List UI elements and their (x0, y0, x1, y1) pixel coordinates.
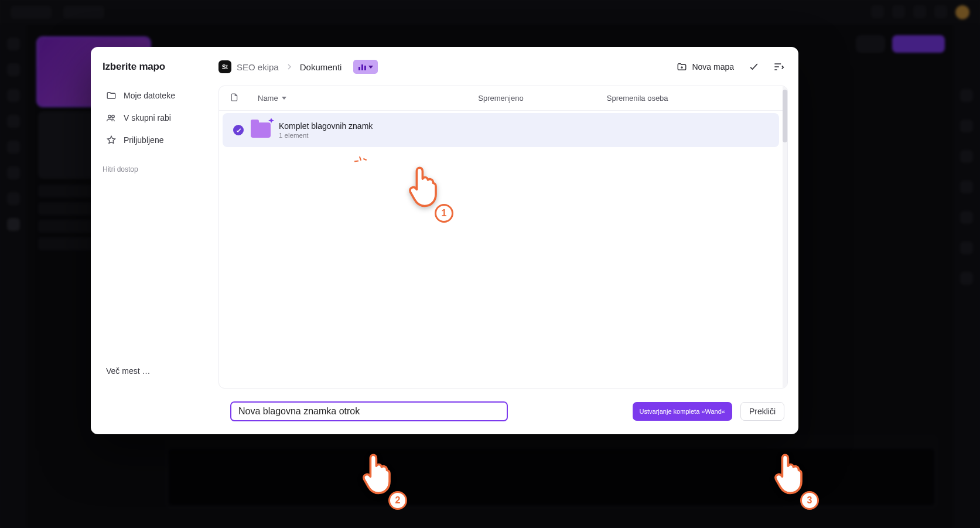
chevron-down-icon (282, 97, 286, 100)
people-icon (106, 113, 117, 123)
modal-footer: Ustvarjanje kompleta »Wand« Prekliči (91, 389, 798, 434)
more-places-button[interactable]: Več mest … (103, 362, 200, 380)
brand-kit-folder-icon: ✦ (251, 122, 271, 138)
breadcrumb-current[interactable]: Dokumenti (300, 62, 342, 72)
create-brand-kit-button[interactable]: Ustvarjanje kompleta »Wand« (633, 402, 732, 421)
file-list-panel: Name Spremenjeno Spremenila oseba ✦ (218, 86, 788, 389)
sidebar-item-label: Moje datoteke (124, 91, 175, 100)
file-row[interactable]: ✦ Komplet blagovnih znamk 1 element (223, 113, 779, 147)
folder-plus-icon (677, 62, 687, 72)
sidebar-item-favorites[interactable]: Priljubljene (103, 130, 200, 150)
chevron-down-icon (368, 66, 373, 69)
confirm-button[interactable] (745, 57, 763, 76)
new-folder-button[interactable]: Nova mapa (672, 58, 739, 76)
file-row-name: Komplet blagovnih znamk (279, 121, 373, 131)
folder-picker-modal: Izberite mapo Moje datoteke V skupni rab… (91, 47, 798, 434)
brand-kit-filter-chip[interactable] (353, 60, 378, 74)
check-icon (748, 61, 760, 73)
sidebar-nav: Moje datoteke V skupni rabi Priljubljene (103, 86, 200, 150)
modal-main: St SEO ekipa Dokumenti Nova mapa (208, 47, 798, 389)
modal-title: Izberite mapo (103, 61, 200, 73)
quick-access-label: Hitri dostop (103, 165, 200, 173)
modal-sidebar: Izberite mapo Moje datoteke V skupni rab… (91, 47, 208, 389)
sidebar-item-label: Priljubljene (124, 135, 163, 145)
folder-icon (106, 90, 117, 101)
svg-point-0 (108, 115, 111, 118)
sort-options-button[interactable] (769, 57, 788, 76)
chevron-right-icon (285, 62, 294, 71)
breadcrumb-team-label: SEO ekipa (237, 62, 279, 72)
sort-icon (773, 61, 784, 73)
modal-toolbar: St SEO ekipa Dokumenti Nova mapa (218, 57, 788, 76)
file-row-meta: 1 element (279, 132, 373, 139)
new-brand-kit-name-input[interactable] (230, 401, 508, 421)
svg-point-1 (112, 115, 115, 118)
cancel-button[interactable]: Prekliči (740, 402, 784, 421)
star-icon (106, 135, 117, 145)
column-header-name[interactable]: Name (258, 94, 478, 103)
sidebar-item-label: V skupni rabi (124, 113, 171, 122)
file-list-header: Name Spremenjeno Spremenila oseba (219, 86, 783, 111)
sidebar-item-shared[interactable]: V skupni rabi (103, 108, 200, 128)
new-folder-label: Nova mapa (692, 62, 734, 71)
column-header-modified-by[interactable]: Spremenila oseba (607, 94, 772, 103)
team-badge: St (218, 60, 231, 73)
file-list-scrollbar[interactable] (783, 86, 787, 388)
column-header-modified[interactable]: Spremenjeno (478, 94, 607, 103)
brand-kit-icon (358, 63, 367, 70)
sidebar-item-my-files[interactable]: Moje datoteke (103, 86, 200, 105)
selected-check-icon (233, 125, 244, 135)
breadcrumb-team[interactable]: St SEO ekipa (218, 60, 279, 73)
file-icon (230, 93, 239, 102)
